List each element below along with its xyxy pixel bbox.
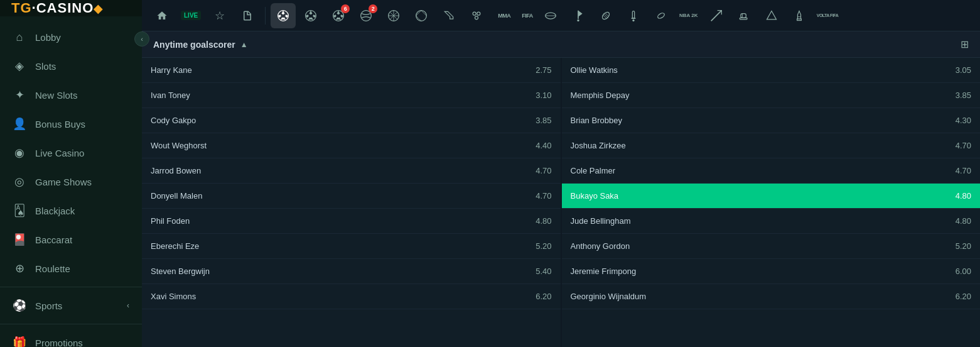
volta-icon[interactable]: VOLTA FIFA xyxy=(814,3,841,28)
odds-value: 3.85 xyxy=(520,116,552,125)
player-name: Cole Palmer xyxy=(571,166,940,175)
home-sport-icon[interactable] xyxy=(149,3,175,28)
table-row[interactable]: Xavi Simons 6.20 xyxy=(142,284,561,309)
sidebar-item-bonus-buys[interactable]: 👤 Bonus Buys xyxy=(0,109,142,138)
table-row[interactable]: Jarrod Bowen 4.70 xyxy=(142,158,561,184)
odds-value: 4.70 xyxy=(520,191,552,201)
sidebar-item-live-casino[interactable]: ◉ Live Casino xyxy=(0,138,142,167)
table-row[interactable]: Jude Bellingham 4.80 xyxy=(562,209,981,234)
svg-marker-41 xyxy=(767,11,776,19)
svg-marker-27 xyxy=(578,10,583,16)
pool-icon[interactable] xyxy=(464,3,489,28)
table-row[interactable]: Memphis Depay 3.85 xyxy=(562,83,981,108)
svg-marker-10 xyxy=(311,17,313,19)
table-row[interactable]: Harry Kane 2.75 xyxy=(142,58,561,83)
svg-point-21 xyxy=(473,12,476,15)
logo: TG·CASINO◆ xyxy=(11,0,103,16)
tennis-icon[interactable]: 2 xyxy=(353,3,379,28)
sidebar-item-label: Live Casino xyxy=(35,148,84,158)
player-name: Phil Foden xyxy=(151,216,520,226)
table-row[interactable]: Wout Weghorst 4.40 xyxy=(142,133,561,158)
esports-icon[interactable] xyxy=(759,3,784,28)
table-row[interactable]: Ollie Watkins 3.05 xyxy=(562,58,981,83)
sidebar-item-promotions[interactable]: 🎁 Promotions xyxy=(0,328,142,347)
sidebar-item-lobby[interactable]: ⌂ Lobby xyxy=(0,23,142,52)
player-name: Eberechi Eze xyxy=(151,241,520,251)
svg-point-28 xyxy=(577,19,579,21)
fifa-text: FIFA xyxy=(522,13,533,19)
baccarat-icon: 🎴 xyxy=(13,233,26,246)
odds-value: 4.30 xyxy=(940,116,971,125)
basketball-icon[interactable] xyxy=(381,3,406,28)
sidebar-item-slots[interactable]: ◈ Slots xyxy=(0,52,142,80)
svg-line-37 xyxy=(711,10,721,21)
svg-point-20 xyxy=(416,10,427,21)
pin-icon[interactable]: ⊞ xyxy=(961,38,969,50)
nav-divider xyxy=(0,287,142,287)
market-title: Anytime goalscorer ▲ xyxy=(153,40,248,50)
golf-icon[interactable] xyxy=(566,3,591,28)
bonus-icon: 👤 xyxy=(13,117,26,131)
player-name: Memphis Depay xyxy=(571,91,940,100)
star-icon: ✦ xyxy=(13,88,26,102)
player-name: Bukayo Saka xyxy=(571,191,940,201)
odds-value: 2.75 xyxy=(520,65,552,75)
tennis-badge: 2 xyxy=(369,4,377,13)
soccer-icon-1[interactable] xyxy=(271,3,296,28)
american-football-icon[interactable] xyxy=(593,3,618,28)
sidebar-item-new-slots[interactable]: ✦ New Slots xyxy=(0,80,142,109)
table-row[interactable]: Bukayo Saka 4.80 xyxy=(562,184,981,209)
logo-tg: TG xyxy=(11,0,32,16)
table-row[interactable]: Joshua Zirkzee 4.70 xyxy=(562,133,981,158)
fifa-icon[interactable]: FIFA xyxy=(519,3,536,28)
sidebar-item-label: Promotions xyxy=(35,338,83,348)
sidebar-item-roulette[interactable]: ⊕ Roulette xyxy=(0,254,142,283)
mma-icon[interactable]: MMA xyxy=(492,3,517,28)
cricket-icon[interactable] xyxy=(621,3,646,28)
player-name: Ollie Watkins xyxy=(571,65,940,75)
odds-value: 5.40 xyxy=(520,267,552,276)
favorites-sport-icon[interactable]: ☆ xyxy=(207,3,232,28)
player-name: Jeremie Frimpong xyxy=(571,267,940,276)
sidebar-item-blackjack[interactable]: 🂡 Blackjack xyxy=(0,196,142,225)
chess-icon[interactable] xyxy=(787,3,812,28)
odds-value: 6.20 xyxy=(520,292,552,301)
sidebar-item-label: Bonus Buys xyxy=(35,119,85,129)
table-row[interactable]: Eberechi Eze 5.20 xyxy=(142,234,561,259)
boxing-icon[interactable] xyxy=(731,3,757,28)
live-sport-icon[interactable]: LIVE xyxy=(177,3,205,28)
table-row[interactable]: Cody Gakpo 3.85 xyxy=(142,108,561,133)
odds-value: 4.80 xyxy=(940,191,971,201)
sidebar-collapse-button[interactable]: ‹ xyxy=(134,31,149,47)
rugby-icon[interactable] xyxy=(649,3,674,28)
sidebar-item-label: Blackjack xyxy=(35,206,75,216)
soccer-icon-2[interactable] xyxy=(298,3,323,28)
table-row[interactable]: Anthony Gordon 5.20 xyxy=(562,234,981,259)
table-row[interactable]: Phil Foden 4.80 xyxy=(142,209,561,234)
sports-icon: ⚽ xyxy=(13,299,26,312)
svg-point-23 xyxy=(475,16,478,19)
hockey-icon[interactable] xyxy=(436,3,461,28)
nav-divider-2 xyxy=(0,324,142,324)
soccer-fire-icon[interactable]: 6 xyxy=(326,3,351,28)
player-name: Joshua Zirkzee xyxy=(571,141,940,150)
nba-icon[interactable]: NBA 2K xyxy=(676,3,701,28)
soccer-badge: 6 xyxy=(341,4,350,13)
rugby-ball-icon[interactable] xyxy=(538,3,563,28)
table-row[interactable]: Ivan Toney 3.10 xyxy=(142,83,561,108)
sidebar-item-baccarat[interactable]: 🎴 Baccarat xyxy=(0,225,142,254)
table-row[interactable]: Georginio Wijnaldum 6.20 xyxy=(562,284,981,309)
table-row[interactable]: Brian Brobbey 4.30 xyxy=(562,108,981,133)
table-row[interactable]: Steven Bergwijn 5.40 xyxy=(142,259,561,284)
table-row[interactable]: Donyell Malen 4.70 xyxy=(142,184,561,209)
bets-sport-icon[interactable] xyxy=(235,3,260,28)
volleyball-icon[interactable] xyxy=(409,3,434,28)
sidebar-item-label: Baccarat xyxy=(35,234,72,245)
live-casino-icon: ◉ xyxy=(13,146,26,160)
table-row[interactable]: Cole Palmer 4.70 xyxy=(562,158,981,184)
archery-icon[interactable] xyxy=(704,3,729,28)
sort-icon[interactable]: ▲ xyxy=(240,40,248,49)
table-row[interactable]: Jeremie Frimpong 6.00 xyxy=(562,259,981,284)
sidebar-item-sports[interactable]: ⚽ Sports ‹ xyxy=(0,291,142,320)
sidebar-item-game-shows[interactable]: ◎ Game Shows xyxy=(0,167,142,196)
